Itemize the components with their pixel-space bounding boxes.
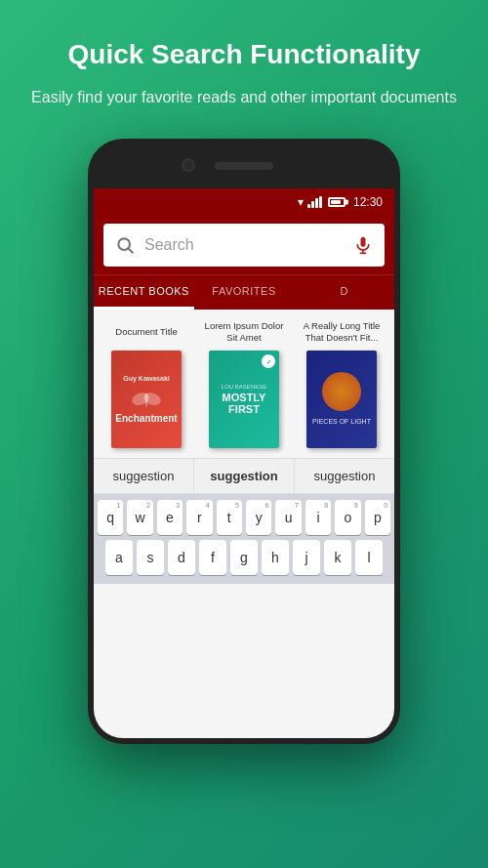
phone-inner: ▾ 12:30 [94,145,394,738]
svg-rect-2 [361,237,366,247]
book-cover-art-3: PIECES OF LIGHT [306,351,377,448]
phone-screen: ▾ 12:30 [94,188,394,738]
book-title-3: A Really Long Title That Doesn't Fit... [297,319,386,345]
tabs-bar: RECENT BOOKS FAVORITES D [94,274,394,310]
svg-line-1 [129,249,134,254]
tab-favorites[interactable]: FAVORITES [194,275,295,310]
key-p[interactable]: 0p [365,500,390,535]
phone-frame: ▾ 12:30 [88,139,400,744]
suggestion-1[interactable]: suggestion [94,459,194,493]
book-item-2[interactable]: Lorem Ipsum Dolor Sit Amet ✓ LOU BASENES… [199,319,289,448]
book-author-1: Guy Kawasaki [123,375,169,382]
tab-other[interactable]: D [294,275,394,310]
keyboard-row-2: a s d f g h j k l [98,540,390,575]
book-cover-1: Guy Kawasaki Enchantment [111,351,182,448]
app-bar: Search [94,216,394,274]
phone-mockup: ▾ 12:30 [88,139,400,744]
key-t[interactable]: 5t [217,500,242,535]
book-cover-title-2: MOSTLY FIRST [214,392,274,415]
key-e[interactable]: 3e [157,500,183,535]
book-title-1: Document Title [115,319,177,345]
book-cover-2: ✓ LOU BASENESE MOSTLY FIRST [209,351,279,448]
key-d[interactable]: d [168,540,195,575]
book-decor-3 [322,372,361,411]
tab-recent-books[interactable]: RECENT BOOKS [94,275,194,310]
suggestion-bar: suggestion suggestion suggestion [94,458,394,494]
butterfly-icon [132,390,161,409]
phone-camera [182,158,195,172]
key-i[interactable]: 8i [305,500,331,535]
key-r[interactable]: 4r [186,500,212,535]
key-l[interactable]: l [355,540,383,575]
key-a[interactable]: a [105,540,133,575]
key-o[interactable]: 9o [335,500,360,535]
key-s[interactable]: s [137,540,164,575]
books-section: Document Title Guy Kawasaki Enchantment [94,310,394,458]
book-item-3[interactable]: A Really Long Title That Doesn't Fit... … [297,319,386,448]
keyboard: 1q 2w 3e 4r 5t 6y 7u 8i 9o 0p a s [94,494,394,584]
keyboard-row-1: 1q 2w 3e 4r 5t 6y 7u 8i 9o 0p [98,500,390,535]
page-subtitle: Easily find your favorite reads and othe… [31,86,457,109]
search-icon [115,235,135,255]
status-bar: ▾ 12:30 [94,188,394,216]
svg-point-0 [118,238,130,250]
book-badge-2: ✓ [262,354,275,368]
header-section: Quick Search Functionality Easily find y… [2,0,486,129]
search-bar[interactable]: Search [103,224,385,267]
key-q[interactable]: 1q [98,500,123,535]
wifi-icon: ▾ [298,195,304,209]
suggestion-3[interactable]: suggestion [295,459,394,493]
key-w[interactable]: 2w [127,500,152,535]
book-title-2: Lorem Ipsum Dolor Sit Amet [199,319,289,345]
suggestion-2[interactable]: suggestion [194,459,295,493]
status-time: 12:30 [353,195,383,209]
book-cover-art-1: Guy Kawasaki Enchantment [111,351,182,448]
search-placeholder[interactable]: Search [144,236,344,254]
mic-icon[interactable] [353,235,373,255]
status-icons: ▾ 12:30 [298,195,383,209]
page-title: Quick Search Functionality [31,39,457,70]
signal-icon [307,196,322,208]
key-g[interactable]: g [230,540,258,575]
phone-speaker [215,162,273,170]
book-cover-title-1: Enchantment [115,413,177,424]
book-cover-art-2: ✓ LOU BASENESE MOSTLY FIRST [209,351,279,448]
key-j[interactable]: j [293,540,320,575]
book-item-1[interactable]: Document Title Guy Kawasaki Enchantment [102,319,191,448]
book-cover-3: PIECES OF LIGHT [306,351,377,448]
key-u[interactable]: 7u [275,500,301,535]
book-cover-title-3: PIECES OF LIGHT [312,417,371,427]
key-h[interactable]: h [262,540,289,575]
key-f[interactable]: f [199,540,226,575]
key-k[interactable]: k [324,540,351,575]
battery-icon [328,197,346,207]
book-author-2: LOU BASENESE [222,384,266,390]
key-y[interactable]: 6y [246,500,271,535]
